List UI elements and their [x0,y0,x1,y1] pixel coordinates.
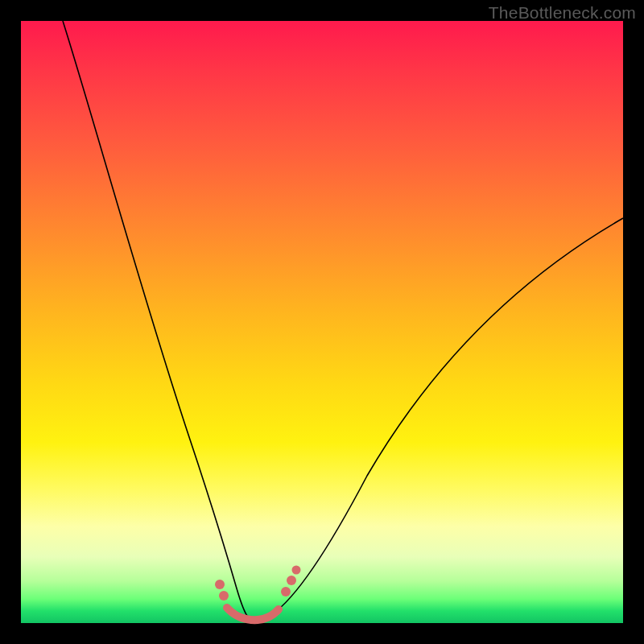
chart-svg [21,21,623,623]
marker-dot [219,591,229,601]
marker-dot [287,576,296,585]
marker-dot [281,587,291,597]
marker-dot [292,566,301,575]
watermark-text: TheBottleneck.com [489,3,636,23]
trough-marker-band [227,608,279,620]
marker-dot [215,580,225,589]
curve-right-branch [247,218,623,619]
chart-frame: TheBottleneck.com [0,0,644,644]
curve-left-branch [63,21,247,616]
